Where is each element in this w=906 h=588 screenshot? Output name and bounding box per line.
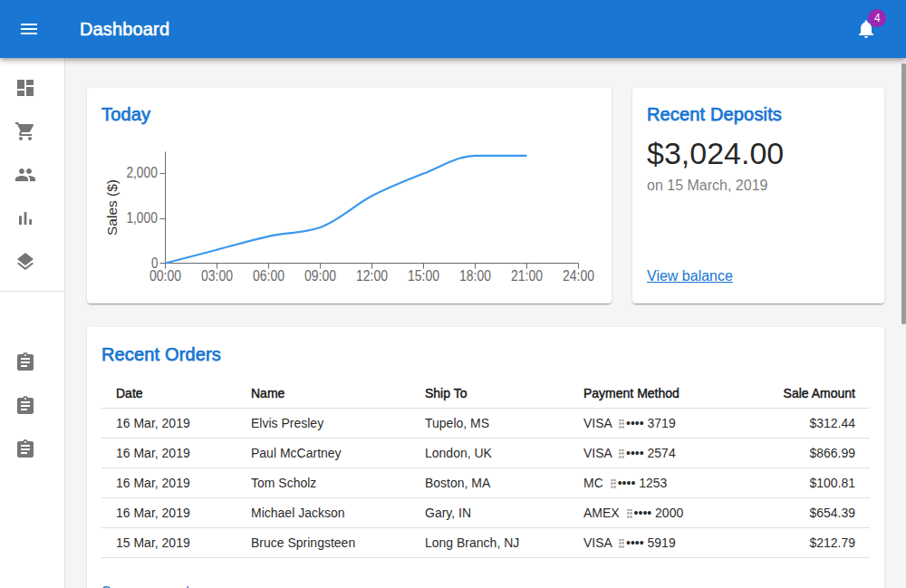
svg-text:Sales ($): Sales ($) xyxy=(104,179,120,236)
svg-text:1,000: 1,000 xyxy=(126,210,157,226)
svg-text:03:00: 03:00 xyxy=(201,268,233,284)
svg-text:15:00: 15:00 xyxy=(408,268,439,284)
svg-text:00:00: 00:00 xyxy=(149,268,181,284)
svg-text:2,000: 2,000 xyxy=(126,165,157,180)
svg-text:09:00: 09:00 xyxy=(304,268,336,284)
svg-text:18:00: 18:00 xyxy=(459,268,491,284)
svg-text:24:00: 24:00 xyxy=(563,268,594,284)
svg-text:06:00: 06:00 xyxy=(253,268,284,284)
svg-text:21:00: 21:00 xyxy=(511,268,543,284)
svg-text:12:00: 12:00 xyxy=(356,268,388,284)
